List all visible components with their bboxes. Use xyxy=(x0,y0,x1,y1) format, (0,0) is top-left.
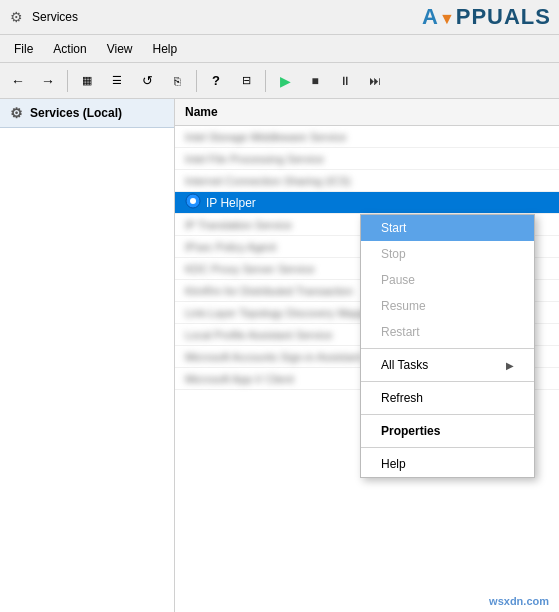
toolbar-separator-1 xyxy=(67,70,68,92)
context-menu-sep-1 xyxy=(361,348,534,349)
ip-helper-label: IP Helper xyxy=(206,196,256,210)
appuals-logo: A▼PPUALS xyxy=(422,4,551,30)
context-menu-stop-label: Stop xyxy=(381,247,406,261)
context-menu-sep-3 xyxy=(361,414,534,415)
context-menu-help-label: Help xyxy=(381,457,406,471)
menu-view[interactable]: View xyxy=(97,38,143,60)
title-bar-text: Services xyxy=(32,10,78,24)
context-menu-restart-label: Restart xyxy=(381,325,420,339)
resume-button[interactable]: ⏭ xyxy=(361,67,389,95)
menu-file[interactable]: File xyxy=(4,38,43,60)
right-panel: Name Intel Storage Middleware Service In… xyxy=(175,99,559,612)
toolbar: ← → ▦ ☰ ↺ ⎘ ? ⊟ ▶ ■ ⏸ ⏭ xyxy=(0,63,559,99)
left-panel: ⚙ Services (Local) xyxy=(0,99,175,612)
context-menu-start[interactable]: Start xyxy=(361,215,534,241)
toolbar-separator-2 xyxy=(196,70,197,92)
context-menu-sep-4 xyxy=(361,447,534,448)
menu-help[interactable]: Help xyxy=(143,38,188,60)
context-menu-start-label: Start xyxy=(381,221,406,235)
play-button[interactable]: ▶ xyxy=(271,67,299,95)
table-row[interactable]: Intel Storage Middleware Service xyxy=(175,126,559,148)
context-menu-refresh-label: Refresh xyxy=(381,391,423,405)
show-list-button[interactable]: ☰ xyxy=(103,67,131,95)
service-name: Intel File Processing Service xyxy=(185,153,549,165)
context-menu-stop: Stop xyxy=(361,241,534,267)
properties-toolbar-button[interactable]: ⊟ xyxy=(232,67,260,95)
main-area: ⚙ Services (Local) Name Intel Storage Mi… xyxy=(0,99,559,612)
context-menu-all-tasks[interactable]: All Tasks ▶ xyxy=(361,352,534,378)
context-menu-properties-label: Properties xyxy=(381,424,440,438)
app-icon: ⚙ xyxy=(8,9,24,25)
ip-helper-icon xyxy=(185,193,201,212)
pause-button[interactable]: ⏸ xyxy=(331,67,359,95)
context-menu: Start Stop Pause Resume Restart All Task… xyxy=(360,214,535,478)
services-local-icon: ⚙ xyxy=(8,105,24,121)
title-bar: ⚙ Services A▼PPUALS xyxy=(0,0,559,35)
context-menu-pause-label: Pause xyxy=(381,273,415,287)
submenu-arrow-icon: ▶ xyxy=(506,360,514,371)
forward-button[interactable]: → xyxy=(34,67,62,95)
context-menu-resume-label: Resume xyxy=(381,299,426,313)
export-button[interactable]: ⎘ xyxy=(163,67,191,95)
context-menu-refresh[interactable]: Refresh xyxy=(361,385,534,411)
context-menu-pause: Pause xyxy=(361,267,534,293)
menu-action[interactable]: Action xyxy=(43,38,96,60)
back-button[interactable]: ← xyxy=(4,67,32,95)
refresh-toolbar-button[interactable]: ↺ xyxy=(133,67,161,95)
show-console-button[interactable]: ▦ xyxy=(73,67,101,95)
column-header-name: Name xyxy=(175,99,559,126)
table-row-selected[interactable]: IP Helper xyxy=(175,192,559,214)
services-local-label: Services (Local) xyxy=(30,106,122,120)
context-menu-resume: Resume xyxy=(361,293,534,319)
help-toolbar-button[interactable]: ? xyxy=(202,67,230,95)
table-row[interactable]: Internet Connection Sharing (ICS) xyxy=(175,170,559,192)
left-panel-header: ⚙ Services (Local) xyxy=(0,99,174,128)
stop-button[interactable]: ■ xyxy=(301,67,329,95)
table-row[interactable]: Intel File Processing Service xyxy=(175,148,559,170)
toolbar-separator-3 xyxy=(265,70,266,92)
service-name: Internet Connection Sharing (ICS) xyxy=(185,175,549,187)
context-menu-sep-2 xyxy=(361,381,534,382)
context-menu-properties[interactable]: Properties xyxy=(361,418,534,444)
context-menu-restart: Restart xyxy=(361,319,534,345)
context-menu-help[interactable]: Help xyxy=(361,451,534,477)
menu-bar: File Action View Help xyxy=(0,35,559,63)
service-name: Intel Storage Middleware Service xyxy=(185,131,549,143)
context-menu-all-tasks-label: All Tasks xyxy=(381,358,428,372)
watermark: wsxdn.com xyxy=(489,595,549,607)
svg-point-1 xyxy=(190,198,196,204)
